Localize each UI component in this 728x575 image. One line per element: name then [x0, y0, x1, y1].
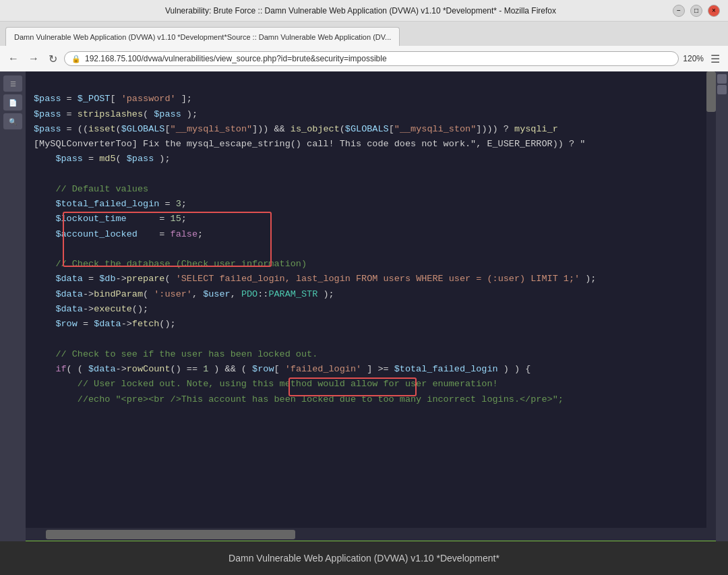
address-text: 192.168.75.100/dvwa/vulnerabilities/view…	[85, 54, 387, 63]
code-content: $pass = $_POST[ 'password' ]; $pass = st…	[26, 71, 706, 528]
horizontal-scrollbar-thumb[interactable]	[46, 530, 295, 539]
maximize-button[interactable]: □	[690, 5, 702, 17]
vertical-scrollbar[interactable]	[706, 71, 716, 528]
forward-button[interactable]: →	[26, 51, 42, 66]
status-bar: Damn Vulnerable Web Application (DVWA) v…	[0, 541, 728, 575]
browser-tab-bar: Damn Vulnerable Web Application (DVWA) v…	[0, 22, 728, 46]
close-button[interactable]: ×	[708, 5, 720, 17]
lock-icon: 🔒	[71, 55, 81, 63]
vertical-scrollbar-thumb[interactable]	[706, 71, 716, 112]
sidebar-icon-3[interactable]: 🔍	[3, 113, 22, 129]
menu-icon[interactable]: ☰	[708, 51, 723, 67]
sidebar-icon-1[interactable]: ☰	[3, 75, 22, 92]
browser-nav-bar: ← → ↻ 🔒 192.168.75.100/dvwa/vulnerabilit…	[0, 46, 728, 71]
back-button[interactable]: ←	[5, 51, 22, 66]
window-title: Vulnerability: Brute Force :: Damn Vulne…	[49, 6, 673, 16]
refresh-button[interactable]: ↻	[46, 51, 60, 67]
status-text: Damn Vulnerable Web Application (DVWA) v…	[229, 553, 499, 564]
scroll-corner	[706, 528, 716, 541]
zoom-level: 120%	[683, 54, 704, 63]
sidebar-icon-2[interactable]: 📄	[3, 94, 22, 111]
window-title-bar: Vulnerability: Brute Force :: Damn Vulne…	[0, 0, 728, 22]
minimize-button[interactable]: −	[673, 5, 685, 17]
right-sidebar	[716, 71, 728, 541]
browser-tab[interactable]: Damn Vulnerable Web Application (DVWA) v…	[5, 27, 400, 46]
horizontal-scrollbar[interactable]	[26, 528, 706, 541]
left-sidebar: ☰ 📄 🔍	[0, 71, 26, 541]
right-sidebar-btn-1[interactable]	[717, 74, 727, 84]
right-sidebar-btn-2[interactable]	[717, 85, 727, 94]
window-controls[interactable]: − □ ×	[673, 5, 720, 17]
code-viewer: $pass = $_POST[ 'password' ]; $pass = st…	[26, 71, 716, 541]
address-bar[interactable]: 🔒 192.168.75.100/dvwa/vulnerabilities/vi…	[64, 51, 679, 66]
